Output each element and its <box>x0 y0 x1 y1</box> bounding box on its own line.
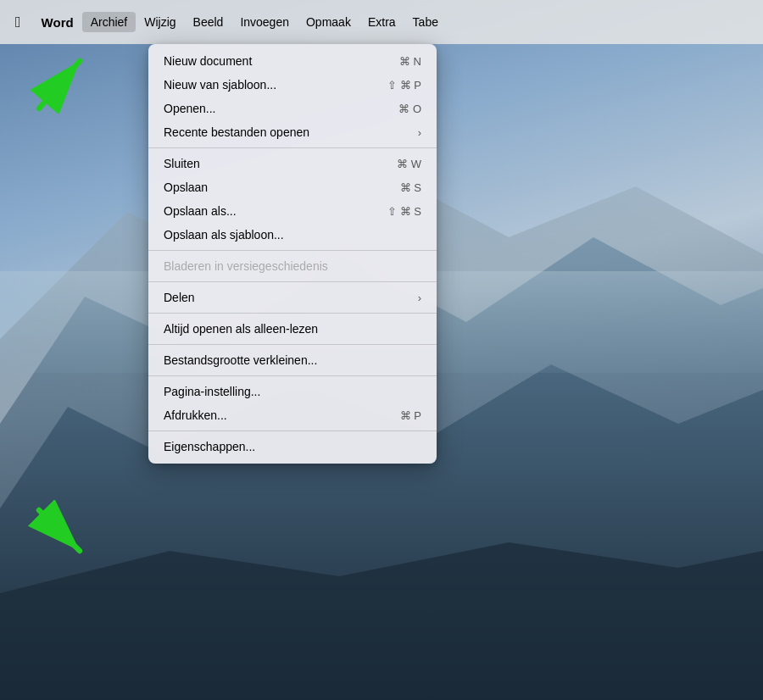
menu-item-nieuw-sjabloon[interactable]: Nieuw van sjabloon... ⇧ ⌘ P <box>148 73 437 97</box>
menu-item-eigenschappen[interactable]: Eigenschappen... <box>148 435 437 458</box>
svg-line-7 <box>39 61 80 108</box>
menubar:  Word Archief Wijzig Beeld Invoegen Opm… <box>0 0 763 44</box>
archief-dropdown: Nieuw document ⌘ N Nieuw van sjabloon...… <box>148 44 437 464</box>
separator-2 <box>148 250 437 251</box>
word-menu-item[interactable]: Word <box>33 12 82 33</box>
separator-4 <box>148 313 437 314</box>
separator-3 <box>148 281 437 282</box>
beeld-menu-item[interactable]: Beeld <box>185 12 232 32</box>
arrow-bottom <box>25 500 93 571</box>
svg-line-9 <box>39 510 80 551</box>
archief-menu-item[interactable]: Archief <box>82 12 136 32</box>
invoegen-menu-item[interactable]: Invoegen <box>231 12 298 32</box>
wijzig-menu-item[interactable]: Wijzig <box>136 12 184 32</box>
tabe-menu-item[interactable]: Tabe <box>404 12 447 32</box>
menu-item-opslaan-als[interactable]: Opslaan als... ⇧ ⌘ S <box>148 199 437 223</box>
menu-item-bestandsgrootte[interactable]: Bestandsgrootte verkleinen... <box>148 348 437 372</box>
separator-1 <box>148 147 437 148</box>
menu-item-sluiten[interactable]: Sluiten ⌘ W <box>148 152 437 175</box>
menu-item-altijd-openen[interactable]: Altijd openen als alleen-lezen <box>148 317 437 341</box>
menu-item-openen[interactable]: Openen... ⌘ O <box>148 97 437 120</box>
extra-menu-item[interactable]: Extra <box>359 12 404 32</box>
menu-item-opslaan-sjabloon[interactable]: Opslaan als sjabloon... <box>148 223 437 247</box>
menu-item-pagina-instelling[interactable]: Pagina-instelling... <box>148 380 437 403</box>
arrow-top <box>25 51 93 122</box>
menu-item-bladeren: Bladeren in versiegeschiedenis <box>148 254 437 278</box>
menu-item-delen[interactable]: Delen › <box>148 286 437 309</box>
separator-7 <box>148 431 437 431</box>
apple-menu-item[interactable]:  <box>7 10 30 35</box>
separator-5 <box>148 344 437 345</box>
opmaak-menu-item[interactable]: Opmaak <box>298 12 359 32</box>
menu-item-recente-bestanden[interactable]: Recente bestanden openen › <box>148 120 437 144</box>
menu-item-nieuw-document[interactable]: Nieuw document ⌘ N <box>148 49 437 73</box>
menu-item-afdrukken[interactable]: Afdrukken... ⌘ P <box>148 403 437 427</box>
separator-6 <box>148 375 437 376</box>
menu-item-opslaan[interactable]: Opslaan ⌘ S <box>148 175 437 199</box>
